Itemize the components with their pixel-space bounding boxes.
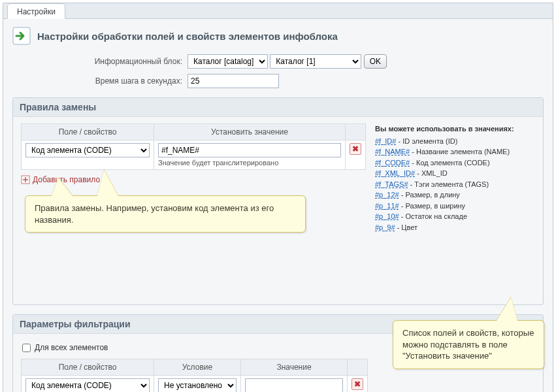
iblock-select[interactable]: Каталог [1] <box>270 54 361 69</box>
page-title: Настройки обработки полей и свойств элем… <box>37 31 338 42</box>
filter-col-delete <box>348 359 368 376</box>
rules-callout: Правила замены. Например, установим код … <box>25 195 306 233</box>
add-icon <box>21 175 30 184</box>
rule-value-hint: Значение будет транслитерировано <box>158 159 341 167</box>
rule-value-input[interactable] <box>158 143 341 157</box>
rule-field-select[interactable]: Код элемента (CODE) <box>25 143 150 157</box>
rule-delete-button[interactable]: ✖ <box>350 143 361 155</box>
rules-row: Код элемента (CODE) Значение будет транс… <box>22 140 366 170</box>
rules-section-title: Правила замены <box>13 98 543 117</box>
filter-row: Код элемента (CODE) Не установлено ✖ <box>22 376 368 393</box>
placeholder-desc: - XML_ID <box>415 169 448 177</box>
placeholder-code[interactable]: #p_9# <box>375 223 395 231</box>
rules-section: Правила замены Поле / свойство Установит… <box>12 97 544 305</box>
step-input[interactable] <box>188 74 279 88</box>
filter-col-value: Значение <box>241 359 348 376</box>
filter-value-input[interactable] <box>245 378 343 392</box>
placeholder-desc: - ID элемента (ID) <box>396 137 457 145</box>
filter-delete-button[interactable]: ✖ <box>352 378 363 390</box>
panel-content: Настройки обработки полей и свойств элем… <box>3 19 553 392</box>
rules-col-field: Поле / свойство <box>22 124 154 140</box>
placeholder-code[interactable]: #f_NAME# <box>375 148 410 155</box>
iblock-type-select[interactable]: Каталог [catalog] <box>188 54 268 69</box>
placeholder-desc: - Цвет <box>395 223 417 231</box>
placeholder-desc: - Тэги элемента (TAGS) <box>408 180 489 188</box>
placeholders-list: Вы можете использовать в значениях: #f_I… <box>375 123 535 233</box>
settings-panel: Настройки Настройки обработки полей и св… <box>3 3 553 392</box>
rules-col-delete <box>346 124 366 140</box>
placeholder-code[interactable]: #p_11# <box>375 202 399 210</box>
iblock-label: Информационный блок: <box>12 57 182 66</box>
rules-table: Поле / свойство Установить значение Код … <box>21 123 366 170</box>
placeholder-code[interactable]: #f_CODE# <box>375 159 410 167</box>
tab-settings[interactable]: Настройки <box>7 3 65 19</box>
all-elements-checkbox[interactable] <box>22 344 31 352</box>
filter-col-field: Поле / свойство <box>22 359 154 376</box>
page-header: Настройки обработки полей и свойств элем… <box>12 27 544 45</box>
placeholder-code[interactable]: #f_TAGS# <box>375 180 408 188</box>
placeholders-title: Вы можете использовать в значениях: <box>375 123 535 135</box>
placeholder-code[interactable]: #f_ID# <box>375 137 396 145</box>
placeholder-code[interactable]: #p_12# <box>375 191 399 199</box>
rules-col-value: Установить значение <box>154 124 346 140</box>
placeholder-desc: - Остаток на складе <box>399 212 467 220</box>
placeholder-desc: - Код элемента (CODE) <box>410 159 489 167</box>
filter-col-cond: Условие <box>154 359 241 376</box>
top-form: Информационный блок: Каталог [catalog] К… <box>12 54 544 88</box>
all-elements-label: Для всех элементов <box>35 343 108 352</box>
filter-table: Поле / свойство Условие Значение Код эле… <box>21 359 368 392</box>
filter-field-select[interactable]: Код элемента (CODE) <box>25 378 150 392</box>
placeholder-desc: - Название элемента (NAME) <box>410 148 510 155</box>
filter-section: Параметры фильтрации Для всех элементов … <box>12 314 544 392</box>
placeholder-code[interactable]: #p_10# <box>375 212 399 220</box>
arrow-box-icon <box>12 27 31 45</box>
filter-cond-select[interactable]: Не установлено <box>158 378 237 392</box>
tab-bar: Настройки <box>3 3 553 19</box>
placeholder-desc: - Размер, в длину <box>399 191 460 199</box>
ok-button[interactable]: OK <box>364 54 387 69</box>
placeholder-desc: - Размер, в ширину <box>399 202 465 210</box>
placeholders-callout: Список полей и свойств, которые можно по… <box>393 320 544 369</box>
step-label: Время шага в секундах: <box>12 76 182 86</box>
placeholder-code[interactable]: #f_XML_ID# <box>375 169 415 177</box>
